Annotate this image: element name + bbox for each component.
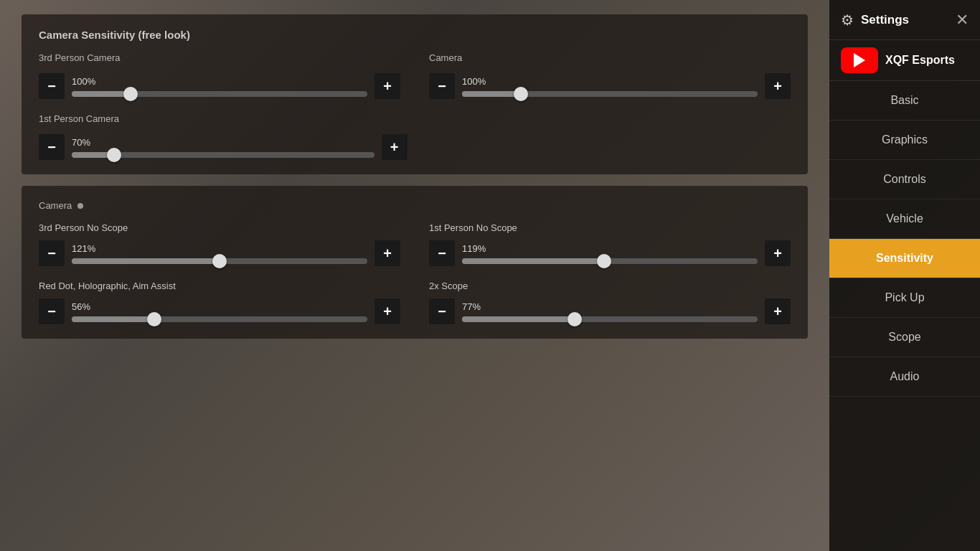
first-person-camera-group: 1st Person Camera − 70% + <box>39 113 407 160</box>
first-no-scope-plus[interactable]: + <box>765 240 791 266</box>
third-person-camera-group: 3rd Person Camera − 100% + <box>39 52 400 99</box>
sidebar-item-sensitivity[interactable]: Sensitivity <box>829 239 980 278</box>
first-no-scope-minus[interactable]: − <box>429 240 455 266</box>
camera-dot-icon <box>77 203 83 209</box>
settings-header: ⚙ Settings ✕ <box>829 0 980 40</box>
first-no-scope-label: 1st Person No Scope <box>429 222 791 233</box>
youtube-logo <box>841 47 878 73</box>
sidebar-item-scope[interactable]: Scope <box>829 318 980 357</box>
red-dot-fill <box>72 316 154 322</box>
third-person-track[interactable] <box>72 91 367 97</box>
camera-right-track[interactable] <box>462 91 758 97</box>
scope-2x-wrapper: 77% <box>462 301 758 322</box>
third-person-fill <box>72 91 131 97</box>
third-no-scope-track[interactable] <box>72 258 367 264</box>
red-dot-minus[interactable]: − <box>39 298 65 324</box>
close-button[interactable]: ✕ <box>956 12 969 28</box>
sidebar-item-basic[interactable]: Basic <box>829 81 980 121</box>
scope-2x-plus[interactable]: + <box>765 298 791 324</box>
camera-right-thumb[interactable] <box>514 87 528 101</box>
scope-2x-fill <box>462 316 575 322</box>
third-no-scope-group: 3rd Person No Scope − 121% + <box>39 222 400 266</box>
third-no-scope-minus[interactable]: − <box>39 240 65 266</box>
third-person-slider-wrapper: 100% <box>72 76 367 97</box>
sidebar-item-graphics[interactable]: Graphics <box>829 121 980 160</box>
third-person-thumb[interactable] <box>123 87 138 101</box>
sidebar: ⚙ Settings ✕ XQF Esports Basic Graphics … <box>829 0 980 551</box>
third-no-scope-fill <box>72 258 220 264</box>
red-dot-track[interactable] <box>72 316 367 322</box>
settings-title: Settings <box>861 13 909 27</box>
camera-right-minus[interactable]: − <box>429 73 455 99</box>
scope-2x-label: 2x Scope <box>429 281 791 291</box>
first-no-scope-wrapper: 119% <box>462 243 758 264</box>
third-person-camera-plus[interactable]: + <box>374 73 400 99</box>
scope-2x-minus[interactable]: − <box>429 298 455 324</box>
bottom-panel: Camera 3rd Person No Scope − 121% <box>22 186 808 339</box>
red-dot-value: 56% <box>72 301 367 312</box>
third-no-scope-label: 3rd Person No Scope <box>39 222 400 233</box>
yt-channel-name: XQF Esports <box>885 54 955 67</box>
red-dot-thumb[interactable] <box>147 312 161 326</box>
red-dot-plus[interactable]: + <box>374 298 400 324</box>
gear-icon: ⚙ <box>841 11 854 29</box>
camera-section-label: Camera <box>39 200 72 211</box>
first-person-label: 1st Person Camera <box>39 113 407 124</box>
sidebar-item-pickup[interactable]: Pick Up <box>829 278 980 318</box>
top-panel-title: Camera Sensitivity (free look) <box>39 29 791 41</box>
third-no-scope-plus[interactable]: + <box>374 240 400 266</box>
sidebar-item-vehicle[interactable]: Vehicle <box>829 199 980 239</box>
youtube-play-icon <box>854 53 865 67</box>
sidebar-item-controls[interactable]: Controls <box>829 160 980 199</box>
camera-right-label: Camera <box>429 52 791 63</box>
red-dot-wrapper: 56% <box>72 301 367 322</box>
first-person-thumb[interactable] <box>107 148 121 162</box>
scope-2x-group: 2x Scope − 77% + <box>429 281 791 324</box>
first-person-track[interactable] <box>72 152 374 158</box>
scope-2x-value: 77% <box>462 301 758 312</box>
first-person-value: 70% <box>72 137 374 148</box>
camera-right-group: Camera − 100% + <box>429 52 791 99</box>
third-no-scope-wrapper: 121% <box>72 243 367 264</box>
red-dot-group: Red Dot, Holographic, Aim Assist − 56% + <box>39 281 400 324</box>
first-person-camera-minus[interactable]: − <box>39 134 65 160</box>
first-no-scope-fill <box>462 258 604 264</box>
first-no-scope-thumb[interactable] <box>597 254 611 268</box>
settings-title-row: ⚙ Settings <box>841 11 909 29</box>
camera-section-header: Camera <box>39 200 791 211</box>
scope-2x-track[interactable] <box>462 316 758 322</box>
red-dot-label: Red Dot, Holographic, Aim Assist <box>39 281 400 291</box>
camera-right-value: 100% <box>462 76 758 87</box>
camera-right-slider-wrapper: 100% <box>462 76 758 97</box>
yt-brand: XQF Esports <box>829 40 980 81</box>
first-person-camera-plus[interactable]: + <box>382 134 407 160</box>
third-person-value: 100% <box>72 76 367 87</box>
top-panel: Camera Sensitivity (free look) 3rd Perso… <box>22 14 808 174</box>
third-no-scope-value: 121% <box>72 243 367 254</box>
main-content: Camera Sensitivity (free look) 3rd Perso… <box>0 0 829 551</box>
first-no-scope-group: 1st Person No Scope − 119% + <box>429 222 791 266</box>
third-person-camera-minus[interactable]: − <box>39 73 65 99</box>
first-person-slider-wrapper: 70% <box>72 137 374 158</box>
third-person-label: 3rd Person Camera <box>39 52 400 63</box>
camera-right-fill <box>462 91 521 97</box>
sidebar-item-audio[interactable]: Audio <box>829 357 980 397</box>
first-no-scope-value: 119% <box>462 243 758 254</box>
scope-2x-thumb[interactable] <box>567 312 582 326</box>
camera-right-plus[interactable]: + <box>765 73 791 99</box>
third-no-scope-thumb[interactable] <box>212 254 227 268</box>
first-no-scope-track[interactable] <box>462 258 758 264</box>
nav-items: Basic Graphics Controls Vehicle Sensitiv… <box>829 81 980 551</box>
